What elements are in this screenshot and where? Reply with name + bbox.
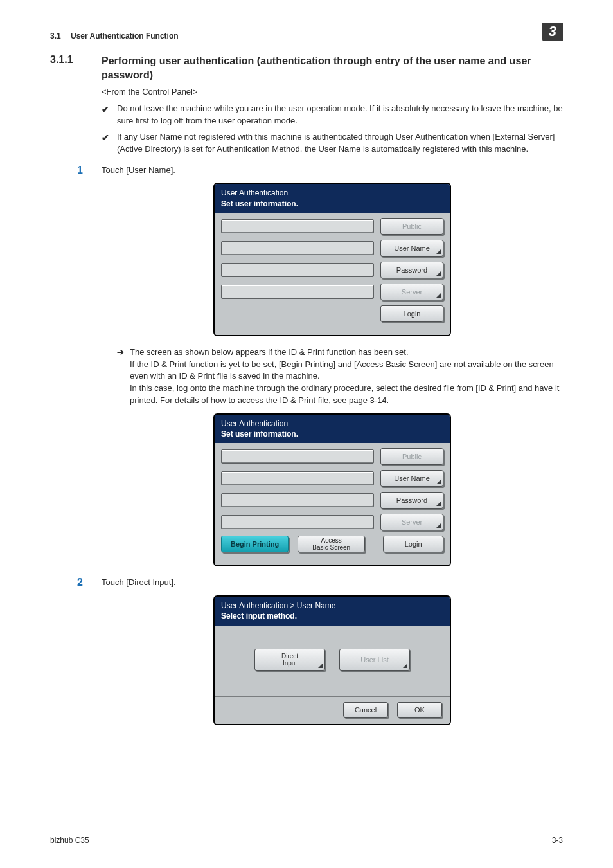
precaution-list: ✔ Do not leave the machine while you are… (102, 103, 563, 155)
field-user-name[interactable] (221, 241, 374, 255)
cancel-button[interactable]: Cancel (343, 702, 388, 718)
password-button[interactable]: Password (380, 492, 443, 509)
public-button[interactable]: Public (380, 218, 443, 235)
footer-page: 3-3 (552, 836, 563, 845)
panel-prompt: Select input method. (221, 611, 443, 621)
field-password[interactable] (221, 493, 374, 507)
field-user-name[interactable] (221, 471, 374, 485)
step-text: Touch [Direct Input]. (102, 577, 176, 589)
server-button[interactable]: Server (380, 514, 443, 530)
step-text: Touch [User Name]. (102, 165, 175, 177)
field-server[interactable] (221, 285, 374, 299)
header-section-number: 3.1 (50, 32, 69, 41)
footer-product: bizhub C35 (50, 836, 89, 845)
panel-prompt: Set user information. (221, 429, 443, 439)
access-basic-screen-button[interactable]: AccessBasic Screen (298, 536, 365, 552)
chapter-number-tab: 3 (542, 23, 563, 41)
user-name-button[interactable]: User Name (380, 240, 443, 257)
precaution-item: Do not leave the machine while you are i… (117, 103, 563, 127)
panel-prompt: Set user information. (221, 199, 443, 209)
check-icon: ✔ (102, 131, 117, 156)
precaution-item: If any User Name not registered with thi… (117, 131, 563, 156)
check-icon: ✔ (102, 103, 117, 127)
panel-user-auth-idprint: User Authentication Set user information… (213, 413, 451, 566)
begin-printing-button[interactable]: Begin Printing (221, 536, 289, 552)
field-password[interactable] (221, 263, 374, 277)
arrow-icon: ➔ (117, 347, 130, 407)
step-2: 2 Touch [Direct Input]. (102, 577, 563, 589)
step-number: 2 (77, 577, 86, 589)
panel-breadcrumb: User Authentication > User Name (221, 601, 443, 611)
note-list: ➔ The screen as shown below appears if t… (117, 347, 563, 407)
panel-breadcrumb: User Authentication (221, 419, 443, 429)
login-button[interactable]: Login (380, 305, 443, 322)
field-public[interactable] (221, 449, 374, 464)
password-button[interactable]: Password (380, 262, 443, 278)
running-footer: bizhub C35 3-3 (50, 833, 563, 845)
section-number: 3.1.1 (50, 54, 87, 82)
running-header: 3.1 User Authentication Function 3 (50, 23, 563, 42)
panel-user-auth-basic: User Authentication Set user information… (213, 183, 451, 336)
step-number: 1 (77, 165, 86, 177)
public-button[interactable]: Public (380, 448, 443, 465)
section-heading: 3.1.1 Performing user authentication (au… (50, 54, 563, 82)
direct-input-button[interactable]: DirectInput (254, 649, 325, 671)
server-button[interactable]: Server (380, 284, 443, 300)
note-text: The screen as shown below appears if the… (130, 347, 563, 407)
header-left: 3.1 User Authentication Function (50, 32, 179, 41)
user-name-button[interactable]: User Name (380, 470, 443, 487)
field-public[interactable] (221, 219, 374, 233)
panel-select-input-method: User Authentication > User Name Select i… (213, 595, 451, 725)
field-server[interactable] (221, 515, 374, 529)
login-button[interactable]: Login (383, 536, 443, 552)
header-section-title: User Authentication Function (71, 32, 179, 41)
ok-button[interactable]: OK (397, 702, 442, 718)
user-list-button[interactable]: User List (339, 649, 410, 671)
context-subhead: <From the Control Panel> (102, 87, 563, 96)
panel-breadcrumb: User Authentication (221, 188, 443, 198)
step-1: 1 Touch [User Name]. (102, 165, 563, 177)
section-title: Performing user authentication (authenti… (102, 54, 563, 82)
